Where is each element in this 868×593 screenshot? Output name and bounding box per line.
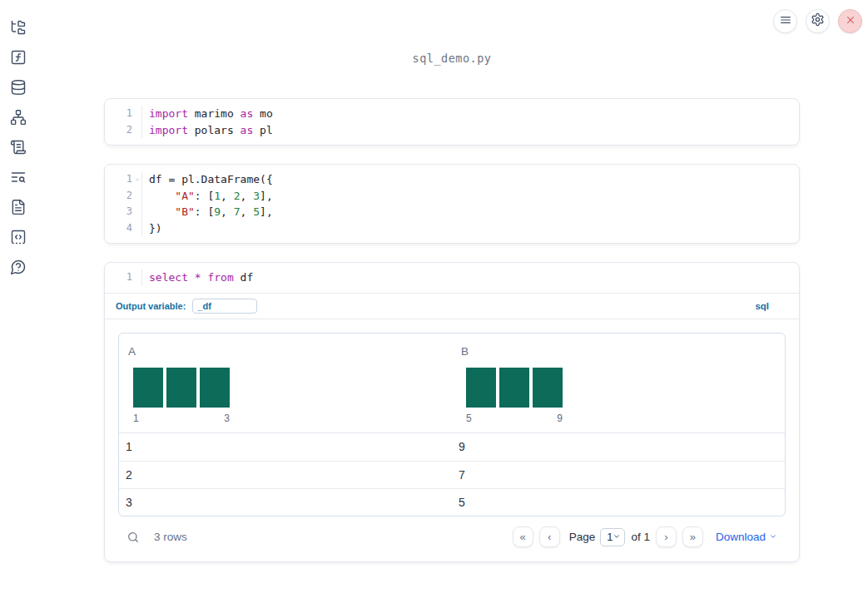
table-header: A 1 3 B [119,334,785,433]
code-line: 3 "B": [9, 7, 5], [105,204,799,220]
sql-editor[interactable]: 1 select * from df [105,263,799,293]
output-variable-label: Output variable: [116,301,186,311]
dataframe-table: A 1 3 B [118,333,786,516]
histogram-bar [466,368,496,408]
line-number: 1 [112,106,132,122]
sidebar-item-data-sources[interactable] [10,79,27,96]
hist-min-label: 1 [133,413,139,424]
column-label: A [128,345,452,358]
code-line: 2 "A": [1, 2, 3], [105,188,799,205]
histogram-bar [166,368,196,408]
chevrons-right-icon: » [690,531,696,543]
line-number: 2 [112,188,132,205]
scroll-text-icon [10,144,27,158]
code-editor[interactable]: 1 df = pl.DataFrame({ 2 "A": [1, 2, 3], … [105,165,799,243]
histogram-bar [533,368,563,408]
column-label: B [461,345,785,358]
network-icon [10,114,27,128]
hist-max-label: 9 [557,413,563,424]
column-header-b[interactable]: B 5 9 [452,334,785,432]
prev-page-button[interactable]: ‹ [539,526,560,547]
sidebar-item-outline-search[interactable] [10,169,27,185]
sql-cell: 1 select * from df Output variable: sql … [104,262,800,562]
help-bubble-icon [10,264,27,278]
line-number: 1 [112,171,132,188]
code-line: 4 }) [105,220,799,237]
page-label: Page [569,531,596,543]
notebook-main: sql_demo.py 1 import marimo as mo 2 impo… [104,0,800,562]
chevron-down-icon [613,531,621,543]
cell-value: 7 [452,468,785,482]
chevron-right-icon: › [664,531,667,543]
histogram-a [133,368,452,408]
line-number: 4 [112,220,132,237]
chevron-left-icon: ‹ [548,531,551,543]
code-square-icon [10,234,27,248]
sidebar-item-help[interactable] [10,259,27,275]
sidebar [0,0,37,593]
hist-max-label: 3 [224,413,230,424]
cell-value: 3 [119,496,452,509]
line-number: 1 [112,269,132,286]
code-line: 1 import marimo as mo [105,106,799,122]
histogram-bar [499,368,529,408]
search-icon[interactable] [126,531,140,544]
sidebar-item-logs[interactable] [10,139,27,156]
table-row: 1 9 [119,433,785,461]
histogram-bar [200,368,230,408]
sidebar-item-dependency-graph[interactable] [10,109,27,126]
last-page-button[interactable]: » [682,526,703,547]
line-number: 2 [112,122,132,139]
fold-chevron-icon[interactable] [132,176,141,183]
text-search-icon [10,174,27,188]
cell-value: 9 [452,440,785,453]
database-icon [10,84,27,98]
code-line: 1 df = pl.DataFrame({ [105,171,799,188]
close-x-icon [845,14,856,29]
line-number: 3 [112,204,132,220]
table-footer: 3 rows « ‹ Page 1 of 1 › » Download [118,524,786,551]
hist-min-label: 5 [466,413,472,424]
page-select[interactable]: 1 [600,528,625,546]
code-line: 1 select * from df [105,269,799,286]
row-count: 3 rows [154,531,187,543]
sidebar-item-variables[interactable] [10,49,27,66]
cell-output: A 1 3 B [105,319,799,561]
language-badge[interactable]: sql [755,301,769,311]
histogram-bar [133,368,163,408]
code-cell-dataframe: 1 df = pl.DataFrame({ 2 "A": [1, 2, 3], … [104,164,800,244]
chevron-down-icon [769,531,777,543]
notebook-filename[interactable]: sql_demo.py [104,52,800,65]
download-button[interactable]: Download [716,531,777,543]
page-of-label: of 1 [631,531,650,543]
next-page-button[interactable]: › [656,526,677,547]
output-variable-input[interactable] [192,299,257,314]
cell-value: 2 [119,468,452,482]
code-editor[interactable]: 1 import marimo as mo 2 import polars as… [105,99,799,145]
chevrons-left-icon: « [520,531,526,543]
file-text-icon [10,204,27,218]
table-row: 3 5 [119,488,785,516]
sidebar-item-documentation[interactable] [10,199,27,215]
sidebar-item-snippets[interactable] [10,229,27,245]
sidebar-item-file-explorer[interactable] [10,19,27,36]
gear-icon [811,12,825,30]
settings-button[interactable] [806,9,830,33]
cell-value: 1 [119,440,452,453]
histogram-b [466,368,785,408]
output-variable-row: Output variable: sql [105,293,799,319]
table-row: 2 7 [119,461,785,488]
shutdown-button[interactable] [838,9,862,33]
cell-value: 5 [452,496,785,509]
code-line: 2 import polars as pl [105,122,799,139]
function-square-icon [10,54,27,68]
first-page-button[interactable]: « [513,526,533,547]
file-tree-icon [10,24,27,38]
column-header-a[interactable]: A 1 3 [119,334,452,432]
code-cell-imports: 1 import marimo as mo 2 import polars as… [104,98,800,146]
